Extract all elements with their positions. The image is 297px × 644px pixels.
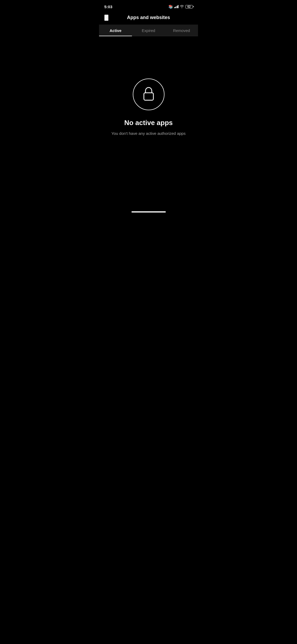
lock-circle <box>133 79 164 110</box>
home-indicator <box>131 211 166 213</box>
tab-expired[interactable]: Expired <box>132 25 165 36</box>
empty-title: No active apps <box>124 119 173 127</box>
battery-level: 62 <box>187 5 191 8</box>
svg-rect-0 <box>144 93 153 100</box>
battery-icon: 62 <box>185 5 193 8</box>
tab-removed[interactable]: Removed <box>165 25 198 36</box>
back-chevron-icon <box>105 15 108 20</box>
status-icons: 📚 62 <box>168 4 193 9</box>
nav-header: Apps and websites <box>99 12 198 25</box>
empty-subtitle: You don't have any active authorized app… <box>111 131 186 137</box>
back-button[interactable] <box>104 15 109 21</box>
signal-icon <box>174 5 179 8</box>
page-title: Apps and websites <box>127 15 170 20</box>
empty-state: No active apps You don't have any active… <box>99 68 198 147</box>
status-time: 5:03 <box>104 4 112 9</box>
status-bar: 5:03 📚 62 <box>99 0 198 12</box>
tab-bar: Active Expired Removed <box>99 25 198 36</box>
wifi-icon <box>180 5 184 8</box>
media-icon: 📚 <box>168 4 173 9</box>
lock-icon <box>142 86 155 102</box>
tab-active[interactable]: Active <box>99 25 132 36</box>
